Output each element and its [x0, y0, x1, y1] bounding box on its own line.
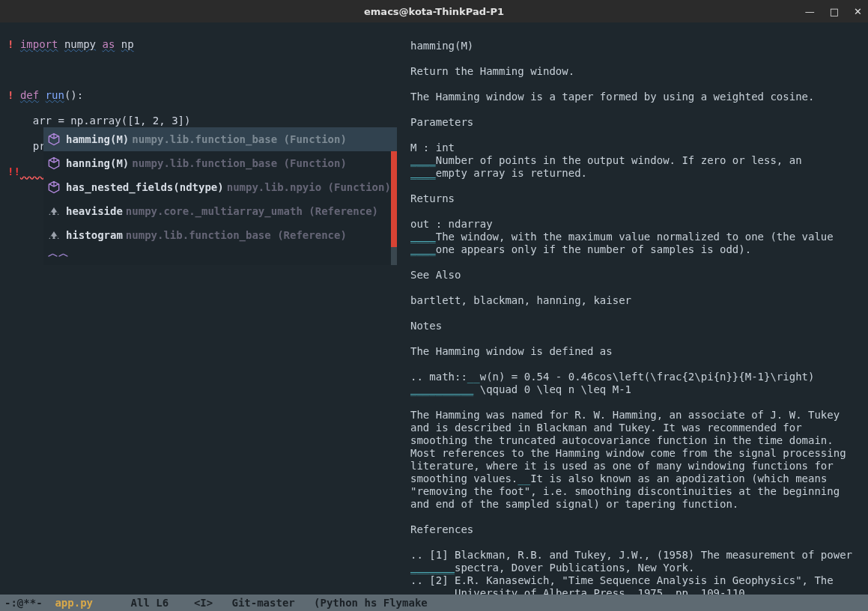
window-controls: — □ ✕	[805, 0, 862, 22]
doc-text: .. [2] E.R. Kanasewich, "Time Sequence A…	[410, 574, 834, 586]
doc-indent: _______	[410, 587, 455, 595]
function-icon	[46, 156, 61, 171]
doc-indent: _______	[410, 562, 455, 574]
flycheck-error-icon: !!	[7, 165, 20, 177]
keyword-import: import	[20, 38, 58, 50]
doc-text: w(n) = 0.54 - 0.46cos\left(\frac{2\pi{n}…	[480, 371, 815, 383]
doc-indent: ____	[410, 167, 436, 179]
minimize-icon[interactable]: —	[805, 6, 815, 17]
completion-source: numpy.lib.function_base (Function)	[132, 133, 347, 145]
completion-label: hamming(M)	[66, 133, 129, 145]
modeline-filename: app.py	[55, 597, 93, 609]
completion-item[interactable]: heaviside numpy.core._multiarray_umath (…	[43, 199, 397, 223]
paren: ():	[64, 89, 83, 101]
doc-text: \qquad 0 \leq n \leq M-1	[473, 383, 631, 395]
mode-line[interactable]: -:@**- app.py All L6 <I> Git-master (Pyt…	[0, 595, 868, 611]
completion-label: hanning(M)	[66, 157, 129, 169]
doc-heading: References	[410, 523, 473, 535]
function-icon	[46, 180, 61, 195]
completion-item[interactable]: histogram numpy.lib.function_base (Refer…	[43, 223, 397, 247]
doc-heading: Returns	[410, 192, 455, 204]
doc-text: .. [1] Blackman, R.B. and Tukey, J.W., (…	[410, 549, 852, 561]
doc-indent: ____	[410, 243, 436, 255]
keyword-as: as	[102, 38, 115, 50]
doc-text: Number of points in the output window. I…	[436, 154, 802, 166]
keyword-def: def	[20, 89, 39, 101]
doc-text: The window, with the maximum value norma…	[436, 231, 834, 243]
close-icon[interactable]: ✕	[854, 6, 862, 17]
doc-text: The Hamming window is a taper formed by …	[410, 91, 814, 103]
window-title: emacs@kota-ThinkPad-P1	[364, 6, 504, 17]
completion-item[interactable]: hamming(M) numpy.lib.function_base (Func…	[43, 127, 397, 151]
doc-text: M : int	[410, 142, 455, 153]
code-pane[interactable]: ! import numpy as np ! def run(): arr = …	[0, 22, 403, 595]
doc-text: empty array is returned.	[436, 167, 587, 179]
doc-indent: __	[467, 371, 480, 383]
doc-text: one appears only if the number of sample…	[436, 243, 751, 255]
editor-workarea: ! import numpy as np ! def run(): arr = …	[0, 22, 868, 595]
popup-scrollbar-track	[391, 247, 397, 265]
svg-point-2	[50, 236, 53, 239]
completion-source: numpy.lib.function_base (Function)	[132, 157, 347, 169]
alias-name: np	[121, 38, 134, 50]
reference-icon	[46, 204, 61, 219]
doc-indent: __________	[410, 383, 473, 395]
modeline-info: All L6 <I> Git-master (Python hs Flymake	[93, 597, 428, 609]
completion-item[interactable]: hanning(M) numpy.lib.function_base (Func…	[43, 151, 397, 175]
code-line: arr = np.array([1, 2, 3])	[7, 115, 403, 127]
flycheck-warning-icon: !	[7, 89, 13, 101]
doc-heading: See Also	[410, 269, 461, 281]
doc-text: Return the Hamming window.	[410, 65, 574, 77]
doc-text: University of Alberta Press, 1975, pp. 1…	[455, 587, 751, 595]
doc-indent: ____	[410, 154, 436, 166]
doc-text: .. math::	[410, 371, 467, 383]
doc-heading: Parameters	[410, 116, 473, 128]
doc-text: bartlett, blackman, hanning, kaiser	[410, 294, 631, 306]
completion-label: histogram	[66, 229, 123, 241]
doc-pane[interactable]: hamming(M) Return the Hamming window. Th…	[403, 22, 868, 595]
doc-indent: ____	[410, 231, 436, 243]
completion-popup[interactable]: hamming(M) numpy.lib.function_base (Func…	[43, 127, 397, 265]
completion-label: has_nested_fields(ndtype)	[66, 181, 224, 193]
completion-item[interactable]: has_nested_fields(ndtype) numpy.lib.npyi…	[43, 175, 397, 199]
completion-source: numpy.core._multiarray_umath (Reference)	[126, 205, 378, 217]
completion-label: heaviside	[66, 205, 123, 217]
svg-point-0	[50, 212, 53, 215]
module-name: numpy	[64, 38, 96, 50]
flycheck-warning-icon: !	[7, 38, 13, 50]
doc-text: The Hamming window is defined as	[410, 345, 613, 357]
function-name: run	[46, 89, 64, 101]
doc-indent: __	[518, 472, 530, 484]
completion-source: numpy.lib.function_base (Reference)	[126, 229, 347, 241]
svg-point-1	[55, 212, 58, 215]
doc-heading: Notes	[410, 320, 442, 332]
maximize-icon[interactable]: □	[830, 6, 839, 17]
doc-text: spectra, Dover Publications, New York.	[455, 562, 694, 574]
reference-icon	[46, 228, 61, 243]
modeline-status: -:@**-	[4, 597, 55, 609]
doc-text: out : ndarray	[410, 218, 493, 230]
window-titlebar: emacs@kota-ThinkPad-P1 — □ ✕	[0, 0, 868, 22]
more-completions-icon[interactable]: ︿︿	[43, 247, 397, 265]
completion-source: numpy.lib.npyio (Function)	[227, 181, 391, 193]
function-icon	[46, 132, 61, 147]
error-underline	[20, 165, 46, 177]
svg-point-3	[55, 236, 58, 239]
doc-signature: hamming(M)	[410, 40, 473, 52]
